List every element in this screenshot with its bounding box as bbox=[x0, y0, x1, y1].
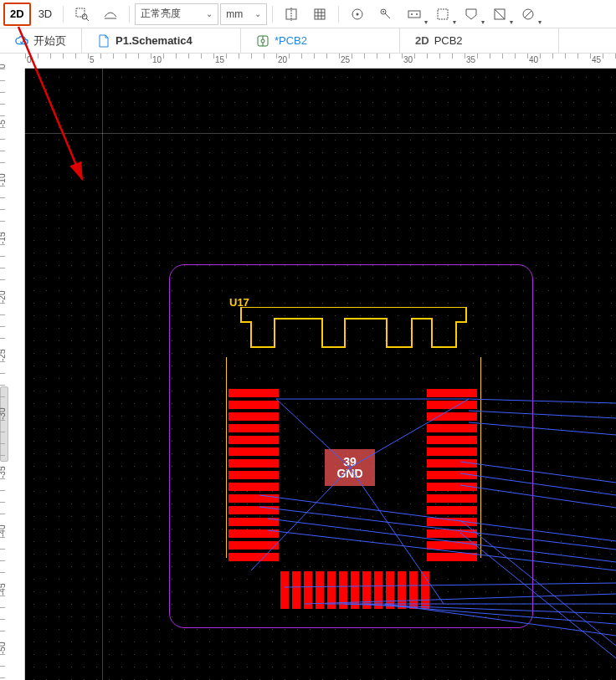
svg-line-14 bbox=[385, 13, 390, 18]
ratsnest bbox=[25, 69, 616, 680]
pcb-workspace: 051015202530354045 0-5-10-15-20-25-30-35… bbox=[0, 54, 616, 680]
pcb-canvas[interactable]: U17 bbox=[25, 69, 616, 680]
schematic-file-icon bbox=[97, 34, 110, 48]
svg-line-2 bbox=[86, 18, 89, 21]
brightness-select[interactable]: 正常亮度 ⌄ bbox=[135, 3, 218, 25]
separator bbox=[338, 6, 339, 23]
top-toolbar: 2D 3D 正常亮度 ⌄ mm ⌄ ▾ ▾ ▾ ▾ bbox=[0, 0, 616, 28]
ruler-vertical[interactable]: 0-5-10-15-20-25-30-35-40-45-50 bbox=[0, 69, 25, 680]
svg-line-52 bbox=[460, 533, 616, 658]
separator bbox=[63, 6, 64, 23]
via-tool-icon[interactable] bbox=[372, 3, 399, 26]
tab-label: PCB2 bbox=[434, 34, 463, 47]
tab-start-page[interactable]: 开始页 bbox=[0, 28, 82, 53]
svg-line-50 bbox=[460, 485, 616, 508]
svg-line-41 bbox=[268, 530, 616, 570]
svg-point-25 bbox=[261, 39, 264, 43]
svg-point-17 bbox=[411, 13, 413, 15]
chevron-down-icon: ⌄ bbox=[254, 9, 261, 18]
chevron-down-icon: ▾ bbox=[510, 18, 513, 26]
cloud-icon bbox=[15, 34, 28, 48]
svg-line-40 bbox=[268, 519, 616, 562]
units-select[interactable]: mm ⌄ bbox=[220, 3, 267, 25]
svg-line-35 bbox=[469, 422, 616, 435]
svg-line-31 bbox=[276, 399, 350, 468]
grid-icon[interactable] bbox=[306, 3, 333, 26]
svg-line-47 bbox=[385, 604, 616, 636]
chevron-down-icon: ▾ bbox=[538, 18, 542, 26]
separator bbox=[129, 6, 130, 23]
svg-line-48 bbox=[460, 462, 616, 483]
svg-line-38 bbox=[259, 495, 616, 541]
svg-line-49 bbox=[460, 473, 616, 495]
svg-line-43 bbox=[305, 594, 616, 604]
view-3d-button[interactable]: 3D bbox=[33, 3, 59, 26]
cross-section-icon[interactable] bbox=[97, 3, 124, 26]
tab-schematic[interactable]: P1.Schematic4 bbox=[82, 28, 241, 53]
svg-line-33 bbox=[469, 399, 616, 403]
flip-icon[interactable] bbox=[278, 3, 305, 26]
units-label: mm bbox=[226, 8, 243, 20]
ruler-horizontal[interactable]: 051015202530354045 bbox=[25, 54, 616, 69]
keepout-tool-icon[interactable]: ▾ bbox=[486, 3, 513, 26]
svg-point-18 bbox=[416, 13, 418, 15]
document-tabs: 开始页 P1.Schematic4 *PCB2 2D PCB2 bbox=[0, 28, 616, 54]
pad-tool-icon[interactable]: ▾ bbox=[401, 3, 428, 26]
zoom-area-icon[interactable] bbox=[69, 3, 95, 26]
view-2d-button[interactable]: 2D bbox=[3, 3, 31, 26]
svg-line-39 bbox=[259, 507, 616, 550]
chevron-down-icon: ▾ bbox=[424, 18, 428, 26]
pcb-file-icon bbox=[256, 34, 270, 48]
svg-rect-19 bbox=[438, 9, 448, 19]
svg-line-37 bbox=[350, 468, 444, 604]
tab-label: *PCB2 bbox=[275, 34, 307, 47]
svg-line-21 bbox=[495, 9, 505, 19]
svg-point-12 bbox=[357, 13, 359, 15]
svg-line-32 bbox=[350, 399, 469, 468]
separator bbox=[272, 6, 273, 23]
svg-rect-6 bbox=[315, 9, 325, 19]
tab-pcb-2d[interactable]: 2D PCB2 bbox=[400, 28, 559, 53]
select-tool-icon[interactable]: ▾ bbox=[429, 3, 456, 26]
svg-rect-16 bbox=[408, 11, 420, 18]
svg-point-15 bbox=[382, 11, 384, 13]
brightness-label: 正常亮度 bbox=[141, 7, 181, 21]
view-mode-badge: 2D bbox=[415, 34, 429, 47]
polygon-tool-icon[interactable]: ▾ bbox=[458, 3, 485, 26]
tab-pcb-active[interactable]: *PCB2 bbox=[241, 28, 400, 53]
svg-line-23 bbox=[525, 11, 531, 18]
no-tool-icon[interactable]: ▾ bbox=[515, 3, 542, 26]
svg-line-36 bbox=[251, 468, 350, 570]
tab-label: 开始页 bbox=[33, 33, 66, 49]
tab-label: P1.Schematic4 bbox=[116, 34, 192, 47]
svg-line-46 bbox=[365, 604, 616, 624]
svg-rect-0 bbox=[76, 8, 85, 17]
vertical-scrollbar-thumb[interactable] bbox=[0, 386, 8, 462]
chevron-down-icon: ▾ bbox=[453, 18, 456, 26]
chevron-down-icon: ▾ bbox=[481, 18, 485, 26]
svg-line-42 bbox=[285, 583, 616, 587]
chevron-down-icon: ⌄ bbox=[206, 9, 213, 18]
circle-tool-icon[interactable] bbox=[344, 3, 371, 26]
svg-line-34 bbox=[469, 411, 616, 418]
